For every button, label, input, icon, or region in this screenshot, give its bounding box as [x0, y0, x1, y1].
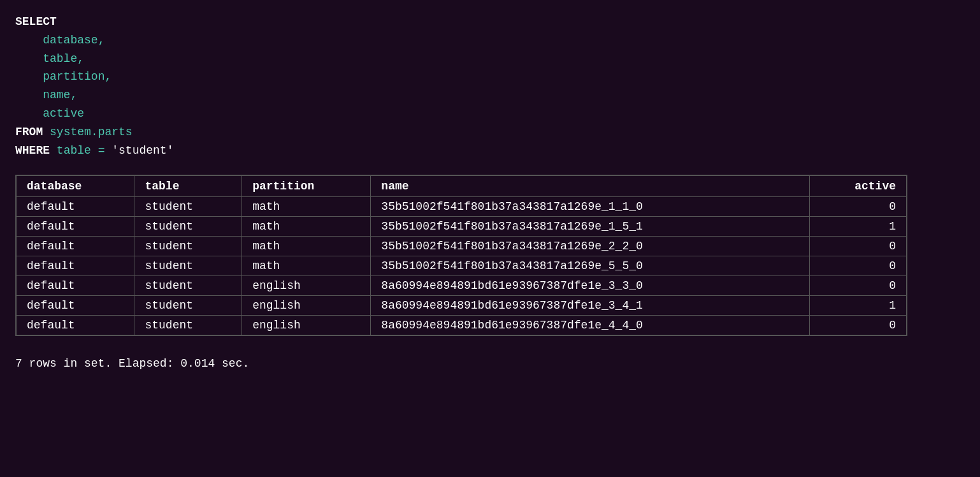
col-header-partition: partition	[242, 176, 371, 197]
cell-active: 0	[810, 197, 907, 217]
cell-database: default	[17, 276, 134, 296]
cell-table: student	[134, 316, 242, 335]
col-header-database: database	[17, 176, 134, 197]
cell-name: 8a60994e894891bd61e93967387dfe1e_3_4_1	[371, 296, 810, 316]
cell-table: student	[134, 217, 242, 237]
col-header-name: name	[371, 176, 810, 197]
cell-active: 0	[810, 276, 907, 296]
field-active: active	[15, 105, 965, 123]
from-keyword: FROM	[15, 126, 43, 138]
cell-database: default	[17, 316, 134, 335]
cell-database: default	[17, 296, 134, 316]
cell-name: 35b51002f541f801b37a343817a1269e_1_5_1	[371, 217, 810, 237]
cell-partition: math	[242, 256, 371, 276]
cell-table: student	[134, 256, 242, 276]
cell-partition: english	[242, 276, 371, 296]
cell-active: 1	[810, 296, 907, 316]
cell-active: 0	[810, 256, 907, 276]
cell-table: student	[134, 276, 242, 296]
col-header-table: table	[134, 176, 242, 197]
cell-partition: math	[242, 197, 371, 217]
result-table-container: database table partition name active def…	[15, 175, 907, 336]
where-keyword: WHERE	[15, 144, 50, 157]
cell-database: default	[17, 237, 134, 256]
cell-partition: english	[242, 296, 371, 316]
from-line: FROM system.parts	[15, 123, 965, 142]
cell-name: 8a60994e894891bd61e93967387dfe1e_3_3_0	[371, 276, 810, 296]
select-keyword: SELECT	[15, 15, 57, 28]
cell-database: default	[17, 256, 134, 276]
field-partition: partition,	[15, 68, 965, 86]
table-row: default student math 35b51002f541f801b37…	[17, 256, 907, 276]
sql-query: SELECT database, table, partition, name,…	[15, 13, 965, 159]
cell-active: 0	[810, 237, 907, 256]
table-row: default student english 8a60994e894891bd…	[17, 276, 907, 296]
cell-table: student	[134, 197, 242, 217]
cell-database: default	[17, 217, 134, 237]
where-line: WHERE table = 'student'	[15, 142, 965, 160]
cell-name: 35b51002f541f801b37a343817a1269e_5_5_0	[371, 256, 810, 276]
field-database: database,	[15, 31, 965, 50]
table-header-row: database table partition name active	[17, 176, 907, 197]
cell-partition: english	[242, 316, 371, 335]
cell-table: student	[134, 237, 242, 256]
from-table: system.parts	[50, 126, 133, 138]
cell-partition: math	[242, 217, 371, 237]
cell-name: 35b51002f541f801b37a343817a1269e_1_1_0	[371, 197, 810, 217]
footer-text: 7 rows in set. Elapsed: 0.014 sec.	[15, 357, 965, 370]
cell-partition: math	[242, 237, 371, 256]
result-table: database table partition name active def…	[16, 175, 907, 335]
cell-active: 0	[810, 316, 907, 335]
where-condition: table = 'student'	[57, 144, 174, 157]
field-name: name,	[15, 86, 965, 105]
cell-name: 35b51002f541f801b37a343817a1269e_2_2_0	[371, 237, 810, 256]
table-row: default student english 8a60994e894891bd…	[17, 316, 907, 335]
table-row: default student english 8a60994e894891bd…	[17, 296, 907, 316]
cell-table: student	[134, 296, 242, 316]
select-line: SELECT	[15, 13, 965, 31]
field-lines: database, table, partition, name, active	[15, 31, 965, 123]
table-row: default student math 35b51002f541f801b37…	[17, 217, 907, 237]
cell-name: 8a60994e894891bd61e93967387dfe1e_4_4_0	[371, 316, 810, 335]
cell-database: default	[17, 197, 134, 217]
field-table: table,	[15, 50, 965, 68]
cell-active: 1	[810, 217, 907, 237]
col-header-active: active	[810, 176, 907, 197]
table-row: default student math 35b51002f541f801b37…	[17, 237, 907, 256]
table-row: default student math 35b51002f541f801b37…	[17, 197, 907, 217]
